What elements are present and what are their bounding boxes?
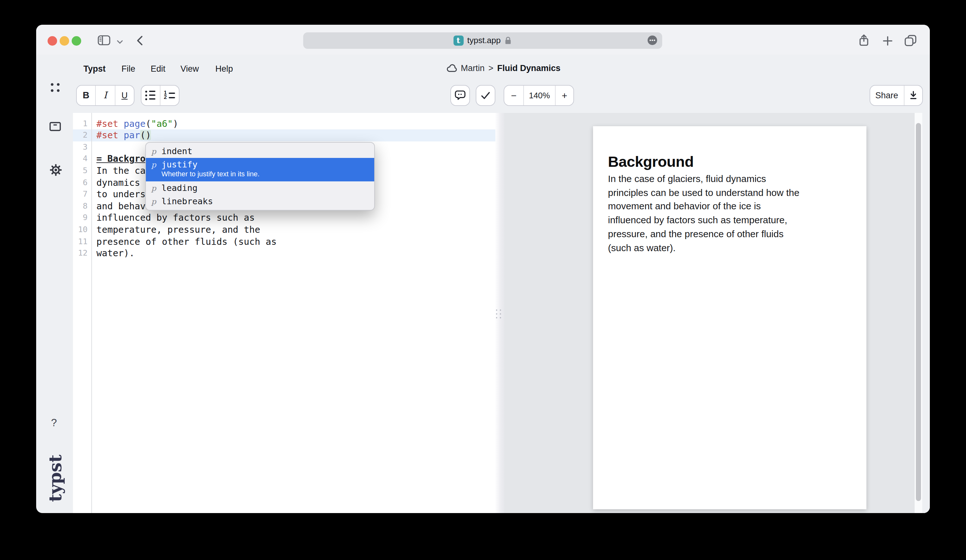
zoom-out-button[interactable]: − (504, 85, 523, 105)
close-window-button[interactable] (48, 36, 58, 46)
zoom-level: 140% (523, 85, 555, 105)
preview-scrollbar-track[interactable] (914, 113, 922, 513)
zoom-out-label: − (511, 90, 517, 101)
zoom-window-button[interactable] (72, 36, 82, 46)
download-button[interactable] (904, 85, 922, 105)
underline-button[interactable]: U (115, 85, 134, 105)
help-button[interactable]: ? (51, 417, 57, 429)
code-line-11: presence of other fluids (such as (97, 236, 276, 247)
bullet-list-button[interactable] (141, 85, 160, 105)
document-page: Background In the case of glaciers, flui… (593, 126, 866, 509)
code-keyword: #set (97, 118, 124, 128)
breadcrumb: Martin > Fluid Dynamics (446, 63, 560, 73)
line-number: 2 (73, 130, 87, 141)
breadcrumb-separator: > (488, 63, 493, 73)
code-string: "a6" (151, 118, 173, 128)
preview-pane: Background In the case of glaciers, flui… (504, 113, 930, 513)
line-number: 1 (73, 118, 87, 130)
site-favicon: t (453, 35, 463, 45)
bold-label: B (83, 90, 89, 100)
numbered-list-button[interactable]: 1 2 (160, 85, 179, 105)
italic-label: I (104, 90, 107, 100)
line-number: 12 (73, 247, 87, 259)
apps-grid-icon[interactable] (50, 82, 60, 93)
line-number: 7 (73, 189, 87, 200)
chevron-down-icon[interactable] (117, 39, 123, 44)
preview-scrollbar-thumb[interactable] (915, 123, 921, 501)
browser-share-icon[interactable] (858, 34, 869, 46)
line-number: 9 (73, 212, 87, 224)
code-function: par (124, 130, 140, 140)
menu-help[interactable]: Help (215, 64, 233, 73)
lock-icon (504, 36, 512, 45)
autocomplete-label: leading (161, 183, 197, 193)
check-icon (481, 91, 490, 100)
underline-label: U (122, 91, 128, 100)
param-badge-icon: p (151, 161, 156, 169)
preview-heading: Background (608, 153, 693, 171)
typst-logo: typst (45, 458, 65, 502)
code-line-10: temperature, pressure, and the (97, 224, 276, 236)
numbered-two: 2 (164, 97, 167, 99)
autocomplete-label: indent (161, 146, 192, 156)
italic-button[interactable]: I (95, 85, 115, 105)
code-function: page (124, 118, 146, 128)
line-number: 5 (73, 165, 87, 177)
divider-drag-handle[interactable] (496, 309, 503, 320)
autocomplete-item-justify[interactable]: p justify Whether to justify text in its… (146, 158, 374, 181)
line-number: 6 (73, 177, 87, 188)
url-bar[interactable]: t typst.app (303, 32, 662, 49)
menu-view[interactable]: View (181, 64, 199, 73)
menu-typst[interactable]: Typst (84, 64, 105, 73)
matched-brackets: () (140, 130, 151, 140)
safari-window: t typst.app (36, 25, 930, 513)
preview-body-text: In the case of glaciers, fluid dynamics … (608, 172, 843, 254)
zoom-group: − 140% + (504, 85, 574, 105)
line-number: 11 (73, 236, 87, 247)
code-line-2: #set par() (97, 130, 276, 141)
url-text: typst.app (467, 36, 501, 45)
autocomplete-item-linebreaks[interactable]: p linebreaks (146, 195, 374, 208)
breadcrumb-workspace[interactable]: Martin (461, 63, 485, 73)
zoom-in-button[interactable]: + (555, 85, 573, 105)
download-icon (909, 91, 917, 100)
back-button-icon[interactable] (136, 36, 143, 46)
line-number-gutter: 1 2 3 4 5 6 7 8 9 10 11 12 (73, 118, 87, 259)
compile-check-button[interactable] (476, 85, 495, 105)
line-number: 4 (73, 153, 87, 165)
sidebar-toggle-icon[interactable] (97, 35, 110, 46)
share-button[interactable]: Share (870, 85, 904, 105)
autocomplete-description: Whether to justify text in its line. (161, 170, 260, 178)
comment-button[interactable] (450, 85, 470, 105)
code-paren: ) (173, 118, 178, 128)
cloud-sync-icon (446, 64, 457, 72)
format-group: B I U (76, 85, 135, 105)
breadcrumb-document: Fluid Dynamics (497, 63, 561, 73)
favicon-letter: t (457, 36, 460, 45)
line-number: 8 (73, 200, 87, 212)
code-paren: ( (146, 118, 151, 128)
menu-file[interactable]: File (122, 64, 135, 73)
new-tab-icon[interactable] (882, 36, 892, 46)
zoom-level-label: 140% (529, 91, 550, 100)
gutter-separator (91, 113, 92, 513)
param-badge-icon: p (151, 184, 156, 193)
settings-gear-icon[interactable] (49, 164, 62, 176)
zoom-in-label: + (562, 90, 567, 101)
files-box-icon[interactable] (49, 122, 61, 131)
autocomplete-item-leading[interactable]: p leading (146, 181, 374, 195)
autocomplete-item-indent[interactable]: p indent (146, 145, 374, 158)
menu-edit[interactable]: Edit (151, 64, 166, 73)
tab-overview-icon[interactable] (904, 35, 916, 46)
code-line-1: #set page("a6") (97, 118, 276, 130)
preview-right-gutter (922, 113, 930, 513)
minimize-window-button[interactable] (60, 36, 69, 46)
bullet-list-icon (145, 91, 155, 100)
page-settings-icon[interactable] (647, 36, 657, 45)
autocomplete-popup: p indent p justify Whether to justify te… (145, 142, 375, 210)
code-keyword: #set (97, 130, 124, 140)
url-bar-content: t typst.app (303, 32, 662, 49)
screenshot-stage: t typst.app (0, 0, 966, 560)
bold-button[interactable]: B (77, 85, 95, 105)
list-group: 1 2 (141, 85, 179, 105)
